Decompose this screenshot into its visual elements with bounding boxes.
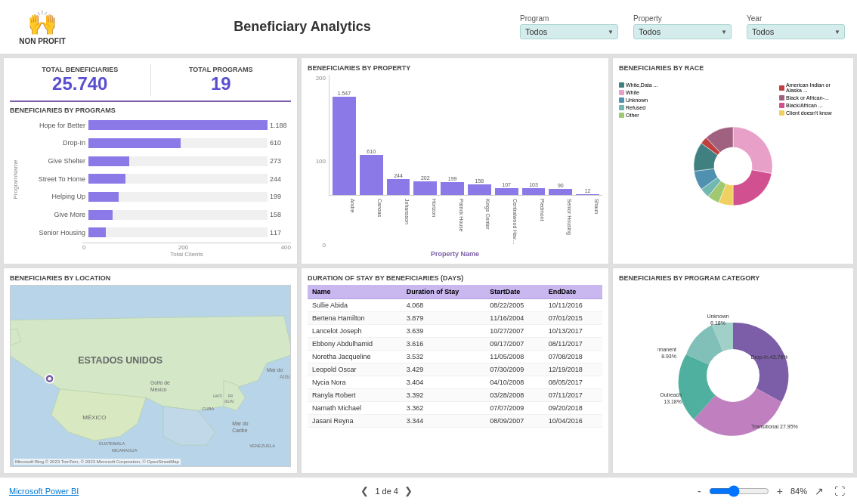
- table-cell: 10/27/2007: [485, 324, 543, 337]
- table-cell: Leopold Oscar: [308, 363, 402, 376]
- prev-page-btn[interactable]: ❮: [360, 485, 369, 496]
- program-bar-track: [88, 210, 268, 220]
- property-bar-name: Senior Housing: [549, 196, 572, 245]
- program-filter-select[interactable]: Todos: [520, 24, 618, 39]
- property-y-axis: 2001000: [308, 75, 329, 249]
- next-page-btn[interactable]: ❯: [404, 485, 413, 496]
- svg-text:Atlântico: Atlântico: [280, 374, 290, 379]
- top-left-card: TOTAL BENEFICIARIES 25.740 TOTAL PROGRAM…: [3, 57, 298, 264]
- table-cell: 08/09/2007: [485, 414, 543, 427]
- table-cell: 3.639: [402, 324, 486, 337]
- property-names-row: AndreCanoasJohanssonHorizonPatrick House…: [329, 196, 602, 249]
- table-cell: 11/16/2004: [485, 311, 543, 324]
- property-bar-fill: [468, 184, 491, 195]
- year-filter-wrap: Todos ▼: [747, 24, 845, 39]
- svg-text:México: México: [150, 387, 167, 392]
- program-bar-row: Street To Home 244: [22, 174, 291, 184]
- total-beneficiaries-label: TOTAL BENEFICIARIES: [13, 66, 147, 73]
- programs-chart-area: ProgramName Hope for Better 1.188 Drop-I…: [10, 117, 291, 243]
- total-programs-value: 19: [154, 73, 289, 94]
- property-bar-fill: [413, 181, 437, 195]
- zoom-slider[interactable]: [709, 485, 769, 497]
- svg-point-0: [714, 147, 752, 185]
- total-beneficiaries-value: 25.740: [13, 73, 147, 94]
- program-category-donut: Drop-In 43.76% Transitional 27.95% Outre…: [657, 308, 809, 444]
- svg-text:(EUA): (EUA): [224, 400, 234, 404]
- table-cell: 07/08/2018: [544, 350, 602, 363]
- property-chart-title: BENEFICIARIES BY PROPERTY: [308, 64, 602, 72]
- table-cell: 3.879: [402, 311, 486, 324]
- programs-axis-ticks: 0200400: [82, 243, 291, 251]
- property-bar-col: 103: [522, 182, 546, 195]
- table-cell: 09/17/2007: [485, 337, 543, 350]
- table-cell: 08/11/2017: [544, 337, 602, 350]
- table-cell: 3.404: [402, 376, 486, 388]
- program-bar-name: Senior Housing: [22, 229, 88, 237]
- programs-bars-container: Hope for Better 1.188 Drop-In 610 Give S…: [22, 117, 291, 243]
- race-chart-title: BENEFICIARIES BY RACE: [619, 64, 847, 72]
- year-filter-label: Year: [747, 14, 845, 23]
- property-bar-col: 12: [576, 188, 599, 195]
- svg-text:Permanent: Permanent: [657, 347, 676, 352]
- table-cell: 08/05/2017: [544, 376, 602, 388]
- race-legend-right: American Indian or Alaska ... Black or A…: [779, 82, 847, 116]
- program-bar-value: 273: [270, 157, 291, 165]
- zoom-value: 84%: [790, 487, 807, 496]
- program-bar-value: 117: [270, 229, 291, 237]
- table-cell: 07/11/2017: [544, 388, 602, 401]
- property-bar-name: Piedmont: [521, 196, 545, 245]
- property-bar-name: Kings Center: [468, 196, 491, 245]
- program-bar-name: Helping Up: [22, 193, 88, 200]
- property-bar-value: 202: [421, 175, 430, 181]
- property-bar-fill: [576, 194, 599, 195]
- power-bi-link[interactable]: Microsoft Power BI: [9, 487, 79, 496]
- table-cell: 03/28/2008: [485, 388, 543, 401]
- program-bar-fill: [88, 138, 181, 148]
- zoom-minus-btn[interactable]: -: [695, 485, 704, 497]
- program-bar-track: [88, 138, 268, 148]
- program-bar-fill: [88, 192, 119, 202]
- program-bar-track: [88, 156, 268, 166]
- program-filter-label: Program: [520, 14, 618, 23]
- map-area: ESTADOS UNIDOS MÉXICO Golfo de México Ma…: [10, 285, 291, 468]
- table-cell: 3.344: [402, 414, 486, 427]
- year-filter-select[interactable]: Todos: [747, 24, 845, 39]
- property-bar-name: Shaun: [576, 196, 599, 245]
- svg-text:Drop-In 43.76%: Drop-In 43.76%: [750, 354, 787, 360]
- table-cell: 3.616: [402, 337, 486, 350]
- total-programs-box: TOTAL PROGRAMS 19: [151, 64, 292, 96]
- property-chart-body: 2001000 1.547 610 244 202 199 158 107 10…: [308, 75, 602, 249]
- table-row: Ranyla Robert3.39203/28/200807/11/2017: [308, 388, 602, 401]
- property-bar-name: Horizon: [413, 196, 437, 245]
- page-info: 1 de 4: [375, 487, 398, 496]
- year-filter-group: Year Todos ▼: [747, 14, 845, 39]
- program-bar-fill: [88, 174, 125, 184]
- program-bar-track: [88, 174, 268, 184]
- program-bar-track: [88, 227, 268, 237]
- program-category-body: Drop-In 43.76% Transitional 27.95% Outre…: [619, 285, 847, 468]
- filters-area: Program Todos ▼ Property Todos ▼ Year To…: [520, 14, 845, 39]
- property-filter-select[interactable]: Todos: [633, 24, 732, 39]
- svg-text:HAITI: HAITI: [213, 394, 222, 398]
- zoom-controls: - + 84% ↗ ⛶: [695, 485, 848, 497]
- location-card: BENEFICIARIES BY LOCATION ESTADOS UNIDOS…: [3, 267, 298, 475]
- program-bar-row: Senior Housing 117: [22, 227, 291, 237]
- property-bar-col: 199: [441, 176, 464, 195]
- svg-text:VENEZUELA: VENEZUELA: [249, 444, 275, 448]
- fullscreen-icon[interactable]: ⛶: [831, 485, 848, 497]
- property-bar-fill: [333, 97, 356, 195]
- property-bar-value: 610: [367, 149, 376, 154]
- org-name: NON PROFIT: [19, 37, 66, 45]
- property-bar-col: 1.547: [333, 91, 356, 195]
- stats-row: TOTAL BENEFICIARIES 25.740 TOTAL PROGRAM…: [10, 64, 291, 102]
- race-legend-left: White,Data ... White Unknown Refused Oth…: [619, 82, 657, 118]
- col-enddate: EndDate: [544, 285, 602, 299]
- total-programs-label: TOTAL PROGRAMS: [154, 66, 289, 73]
- program-bar-name: Drop-In: [22, 139, 88, 147]
- zoom-plus-btn[interactable]: +: [774, 485, 786, 497]
- race-chart-body: White,Data ... White Unknown Refused Oth…: [619, 75, 847, 258]
- property-bar-value: 158: [475, 178, 484, 184]
- svg-text:Caribe: Caribe: [232, 427, 247, 432]
- svg-text:PR: PR: [228, 394, 234, 398]
- share-icon[interactable]: ↗: [812, 485, 827, 497]
